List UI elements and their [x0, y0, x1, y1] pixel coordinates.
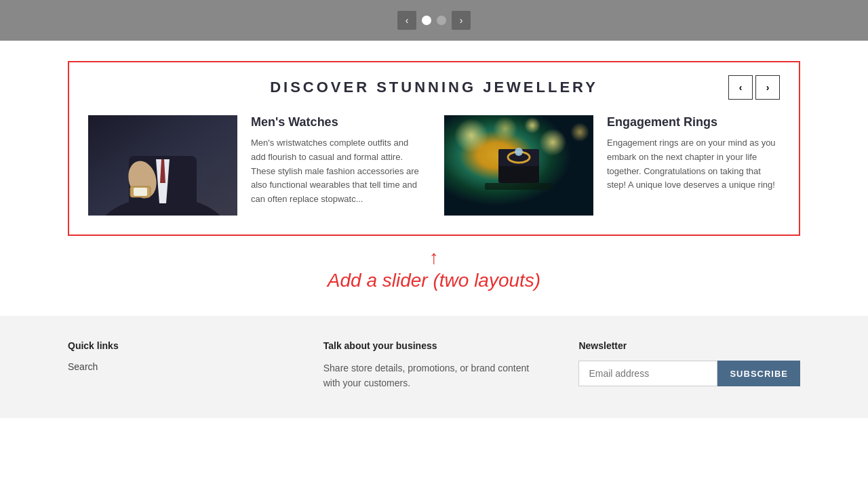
footer-business: Talk about your business Share store det…	[323, 340, 538, 391]
top-prev-button[interactable]: ‹	[397, 11, 416, 30]
jewellery-header: DISCOVER STUNNING JEWELLERY ‹ ›	[88, 79, 780, 96]
product-info-watches: Men's Watches Men's wristwatches complet…	[251, 115, 424, 216]
jewellery-prev-button[interactable]: ‹	[728, 75, 753, 100]
newsletter-heading: Newsletter	[578, 340, 800, 351]
svg-rect-18	[485, 183, 553, 190]
jewellery-section: DISCOVER STUNNING JEWELLERY ‹ ›	[68, 61, 800, 236]
subscribe-button[interactable]: SUBSCRIBE	[717, 361, 800, 386]
top-next-button[interactable]: ›	[452, 11, 471, 30]
product-card-rings: Engagement Rings Engagement rings are on…	[444, 115, 780, 216]
quick-links-heading: Quick links	[68, 340, 283, 351]
business-heading: Talk about your business	[323, 340, 538, 351]
annotation-arrow: ↑	[429, 248, 439, 267]
products-row: Men's Watches Men's wristwatches complet…	[88, 115, 780, 216]
annotation-text: Add a slider (two layouts)	[328, 270, 540, 291]
annotation-area: ↑ Add a slider (two layouts)	[68, 243, 800, 302]
chevron-right-icon: ›	[766, 82, 770, 93]
footer: Quick links Search Talk about your busin…	[0, 316, 868, 418]
product-card-watches: Men's Watches Men's wristwatches complet…	[88, 115, 424, 216]
footer-newsletter: Newsletter SUBSCRIBE	[578, 340, 800, 391]
top-slider-nav: ‹ ›	[0, 0, 868, 41]
business-body: Share store details, promotions, or bran…	[323, 361, 538, 391]
main-content: DISCOVER STUNNING JEWELLERY ‹ ›	[0, 41, 868, 316]
chevron-right-icon: ›	[460, 15, 463, 26]
chevron-left-icon: ‹	[406, 15, 409, 26]
search-link[interactable]: Search	[68, 361, 98, 372]
jewellery-nav: ‹ ›	[728, 75, 780, 100]
footer-quick-links: Quick links Search	[68, 340, 283, 391]
dot-1[interactable]	[422, 16, 431, 25]
rings-desc: Engagement rings are on your mind as you…	[607, 136, 780, 192]
svg-point-17	[515, 148, 523, 156]
svg-point-12	[570, 123, 589, 142]
svg-point-11	[539, 129, 566, 156]
dot-2[interactable]	[437, 16, 446, 25]
svg-point-13	[524, 117, 540, 134]
product-image-rings	[444, 115, 593, 216]
jewellery-next-button[interactable]: ›	[755, 75, 780, 100]
product-image-watches	[88, 115, 237, 216]
jewellery-title: DISCOVER STUNNING JEWELLERY	[270, 79, 598, 96]
email-input[interactable]	[578, 361, 717, 386]
watches-desc: Men's wristwatches complete outfits and …	[251, 136, 424, 207]
watches-title: Men's Watches	[251, 115, 424, 129]
newsletter-form: SUBSCRIBE	[578, 361, 800, 386]
svg-point-9	[454, 119, 488, 152]
product-info-rings: Engagement Rings Engagement rings are on…	[607, 115, 780, 216]
rings-title: Engagement Rings	[607, 115, 780, 129]
svg-rect-7	[134, 188, 147, 196]
svg-point-10	[493, 117, 517, 141]
chevron-left-icon: ‹	[739, 82, 743, 93]
